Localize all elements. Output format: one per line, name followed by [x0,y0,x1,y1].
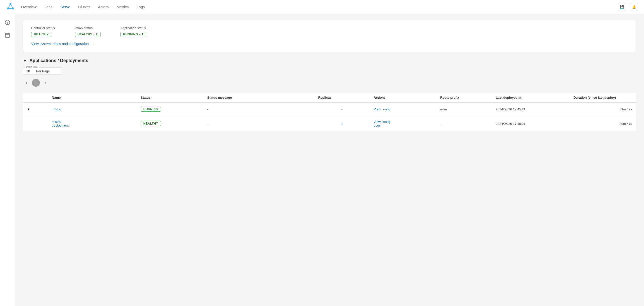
page-size-control: Page Size Per Page [23,67,636,75]
left-sidebar: i [0,14,15,306]
status-card: Controller status HEALTHY Proxy status H… [23,20,636,52]
view-system-link[interactable]: View system status and configuration → [31,42,628,46]
row-status-cell: RUNNING [137,103,203,116]
pagination-prev-button[interactable]: ‹ [23,79,30,86]
page-size-input[interactable] [26,69,34,73]
controller-status-label: Controller status [31,26,55,30]
section-title: Applications / Deployments [30,58,88,63]
top-navigation: Overview Jobs Serve Cluster Actors Metri… [0,0,644,14]
row-expand-cell[interactable]: ▼ [23,103,48,116]
main-content: Controller status HEALTHY Proxy status H… [15,14,644,306]
per-page-text: Per Page [36,69,50,73]
th-name: Name [48,93,137,103]
row-route-cell-2: - [436,116,492,132]
deployments-section: ▼ Applications / Deployments Page Size P… [23,58,636,131]
row-message-cell: - [203,103,314,116]
deployment-status-badge: RUNNING [141,107,161,112]
page-layout: i Controller status HEALTHY Proxy status [0,14,644,306]
nav-item-serve[interactable]: Serve [60,4,70,10]
section-header: ▼ Applications / Deployments [23,58,636,63]
nav-right-actions: 💾 🔔 [618,3,638,11]
nav-item-jobs[interactable]: Jobs [45,4,53,10]
save-button[interactable]: 💾 [618,3,626,11]
controller-status: Controller status HEALTHY [31,26,55,37]
row-message-cell-2: - [203,116,314,132]
application-status-label: Application status [120,26,146,30]
table-row: mistral-deployment HEALTHY - 1 View conf… [23,116,636,132]
th-duration: Duration (since last deploy) [570,93,636,103]
nav-menu: Overview Jobs Serve Cluster Actors Metri… [21,4,618,10]
row-actions-cell: View config [370,103,436,116]
row-name-cell: mistral [48,103,137,116]
row-expand-icon[interactable]: ▼ [27,107,30,111]
proxy-status-label: Proxy status [75,26,100,30]
nav-item-actors[interactable]: Actors [98,4,109,10]
svg-rect-8 [6,33,10,37]
th-replicas: Replicas [314,93,370,103]
proxy-status: Proxy status HEALTHY x 2 [75,26,100,37]
th-last-deployed: Last deployed at [492,93,570,103]
view-system-link-text: View system status and configuration [31,42,89,46]
view-config-link[interactable]: View config [374,107,390,111]
nav-item-overview[interactable]: Overview [21,4,37,10]
row-expand-cell-2 [23,116,48,132]
deployment-name-link-2[interactable]: mistral-deployment [52,120,68,127]
th-route-prefix: Route prefix [436,93,492,103]
svg-text:i: i [7,21,8,24]
deployment-status-badge-2: HEALTHY [141,121,161,126]
th-status-message: Status message [203,93,314,103]
app-logo[interactable] [6,2,15,12]
svg-line-4 [10,4,13,8]
row-name-cell-2: mistral-deployment [48,116,137,132]
controller-status-badge: HEALTHY [31,32,52,37]
svg-point-0 [10,3,12,5]
pagination-next-button[interactable]: › [42,79,49,86]
status-row: Controller status HEALTHY Proxy status H… [31,26,628,37]
row-route-cell: /vllm [436,103,492,116]
page-size-wrapper: Page Size Per Page [23,67,62,75]
page-size-label: Page Size [25,65,39,68]
nav-item-logs[interactable]: Logs [137,4,145,10]
sidebar-info-icon[interactable]: i [3,18,12,27]
row-status-cell-2: HEALTHY [137,116,203,132]
th-status: Status [137,93,203,103]
notifications-button[interactable]: 🔔 [630,3,638,11]
table-row: ▼ mistral RUNNING - - View config [23,103,636,116]
row-duration-cell-2: 39m 47s [570,116,636,132]
arrow-icon: → [91,42,94,46]
pagination-current-page[interactable]: 1 [32,79,40,87]
replicas-link[interactable]: 1 [341,122,343,126]
row-actions-cell-2: View config Logs [370,116,436,132]
logs-link[interactable]: Logs [374,124,380,127]
row-deployed-cell: 2024/06/26 17:45:21 [492,103,570,116]
pagination: ‹ 1 › [23,79,636,87]
nav-item-metrics[interactable]: Metrics [116,4,128,10]
sidebar-table-icon[interactable] [3,31,12,40]
row-replicas-cell: - [314,103,370,116]
deployments-table: Name Status Status message Replicas Acti… [23,93,636,131]
application-status: Application status RUNNING x 1 [120,26,146,37]
th-expand [23,93,48,103]
view-config-link-2[interactable]: View config [374,120,390,124]
nav-item-cluster[interactable]: Cluster [78,4,90,10]
row-duration-cell: 39m 47s [570,103,636,116]
th-actions: Actions [370,93,436,103]
section-collapse-icon[interactable]: ▼ [23,58,27,63]
application-status-badge: RUNNING x 1 [120,32,146,37]
alert-icon: 🔔 [632,5,636,9]
svg-line-3 [8,4,10,8]
row-deployed-cell-2: 2024/06/26 17:45:21 [492,116,570,132]
proxy-status-badge: HEALTHY x 2 [75,32,100,37]
save-icon: 💾 [620,5,624,9]
deployment-name-link[interactable]: mistral [52,107,61,111]
row-replicas-cell-2: 1 [314,116,370,132]
